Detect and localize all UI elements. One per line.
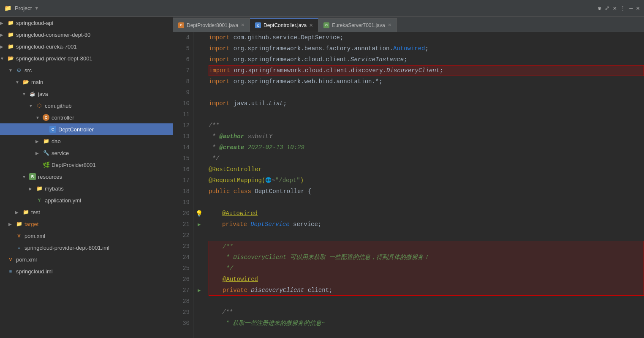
more-icon[interactable]: ⋮: [620, 5, 626, 12]
sidebar-item-dept-provider[interactable]: ▶ 🌿 DeptProvider8001: [0, 159, 173, 171]
spring-icon: 🌿: [42, 161, 50, 169]
gutter-27: ▶: [193, 285, 205, 296]
sidebar-item-resources[interactable]: ▼ R resources: [0, 171, 173, 183]
sidebar-item-pom-xml[interactable]: ▶ V pom.xml: [0, 230, 173, 242]
sidebar-item-root-iml[interactable]: ▶ ≡ springcloud.iml: [0, 265, 173, 277]
close-icon[interactable]: ✕: [636, 5, 640, 12]
sidebar-item-root-pom[interactable]: ▶ V pom.xml: [0, 254, 173, 265]
controller-icon: C: [42, 114, 50, 121]
tab-label: DeptProvider8001.java: [187, 22, 238, 28]
gutter-6: [193, 54, 205, 65]
tab-dept-controller[interactable]: C DeptController.java ✕: [250, 18, 318, 32]
tab-close-icon[interactable]: ✕: [388, 22, 391, 28]
sidebar-item-springcloud-api[interactable]: ▶ 📁 springcloud-api: [0, 17, 173, 29]
gutter-8: [193, 76, 205, 87]
gutter-19: [193, 197, 205, 208]
line-num-7: 7: [173, 65, 190, 76]
folder-icon: 📁: [35, 185, 43, 192]
sidebar-item-test[interactable]: ▶ 📁 test: [0, 206, 173, 218]
sidebar-label: pom.xml: [24, 233, 45, 239]
tab-close-icon[interactable]: ✕: [309, 23, 313, 28]
expand-icon[interactable]: ⤢: [605, 5, 610, 12]
line-num-5: 5: [173, 43, 190, 54]
sidebar-item-src[interactable]: ▼ ⚙ src: [0, 64, 173, 76]
line-num-6: 6: [173, 54, 190, 65]
yml-icon: Y: [35, 196, 43, 204]
sidebar-item-dept-controller[interactable]: ▶ C DeptController: [0, 123, 173, 135]
code-line-9: [209, 87, 644, 98]
gutter-24: [193, 252, 205, 263]
iml-icon: ≡: [15, 244, 23, 251]
tree-arrow: ▶: [0, 33, 7, 37]
minimize-icon[interactable]: —: [629, 5, 633, 12]
sidebar-label: springcloud.iml: [16, 268, 53, 275]
gutter-11: [193, 109, 205, 120]
code-line-23: /**: [209, 241, 644, 252]
gutter-18: [193, 186, 205, 197]
sidebar-item-dao[interactable]: ▶ 📁 dao: [0, 135, 173, 147]
close-window-icon[interactable]: ✕: [613, 5, 617, 12]
folder-icon: 📂: [22, 78, 30, 86]
line-num-24: 24: [173, 252, 190, 263]
sidebar-label: DeptProvider8001: [52, 162, 96, 168]
sidebar-item-com-github[interactable]: ▼ ⬡ com.github: [0, 100, 173, 112]
code-line-12: /**: [209, 120, 644, 131]
gutter-28: [193, 296, 205, 307]
sidebar-item-provider-iml[interactable]: ▶ ≡ springcloud-provider-dept-8001.iml: [0, 242, 173, 254]
service-icon: 🔧: [42, 149, 50, 157]
sidebar-label: test: [31, 209, 40, 215]
sidebar-label: controller: [52, 114, 74, 121]
project-title: Project: [15, 5, 32, 11]
gutter-25: [193, 263, 205, 274]
code-line-10: import java.util.List;: [209, 98, 644, 109]
sidebar: ▶ 📁 springcloud-api ▶ 📁 springcloud-cons…: [0, 17, 173, 338]
line-num-13: 13: [173, 131, 190, 142]
tab-label: EurekaServer7001.java: [332, 22, 385, 28]
tab-eureka-server[interactable]: C EurekaServer7001.java ✕: [318, 18, 397, 32]
line-num-8: 8: [173, 76, 190, 87]
iml-root-icon: ≡: [7, 267, 14, 275]
sidebar-item-service[interactable]: ▶ 🔧 service: [0, 147, 173, 159]
tab-dept-provider[interactable]: C DeptProvider8001.java ✕: [173, 18, 250, 32]
sidebar-item-target[interactable]: ▶ 📁 target: [0, 218, 173, 230]
sidebar-label: pom.xml: [16, 256, 37, 263]
gutter-13: [193, 131, 205, 142]
code-line-30: * 获取一些注册进来的微服务的信息~: [209, 318, 644, 329]
sidebar-item-application-yml[interactable]: ▶ Y application.yml: [0, 194, 173, 206]
sidebar-item-mybatis[interactable]: ▶ 📁 mybatis: [0, 183, 173, 194]
tree-arrow: ▼: [22, 92, 29, 96]
code-line-26: @Autowired: [209, 274, 644, 285]
code-line-14: * @create 2022-02-13 10:29: [209, 142, 644, 153]
sidebar-item-provider[interactable]: ▼ 📂 springcloud-provider-dept-8001: [0, 52, 173, 64]
code-content[interactable]: import com.github.service.DeptService; i…: [205, 32, 644, 338]
tree-arrow: ▼: [35, 115, 42, 120]
folder-icon: 📁: [7, 31, 14, 38]
top-bar: 📁 Project ▼ ⊕ ⤢ ✕ ⋮ — ✕: [0, 0, 644, 17]
line-num-22: 22: [173, 230, 190, 241]
code-line-22: [209, 230, 644, 241]
sidebar-item-controller[interactable]: ▼ C controller: [0, 112, 173, 123]
sidebar-item-main[interactable]: ▼ 📂 main: [0, 76, 173, 88]
tab-bar: C DeptProvider8001.java ✕ C DeptControll…: [173, 17, 644, 32]
gutter-21: ▶: [193, 219, 205, 230]
code-line-5: import org.springframework.beans.factory…: [209, 43, 644, 54]
target-icon[interactable]: ⊕: [598, 5, 601, 12]
sidebar-label: springcloud-provider-dept-8001.iml: [24, 245, 109, 251]
sidebar-item-eureka[interactable]: ▶ 📁 springcloud-eureka-7001: [0, 41, 173, 52]
line-num-9: 9: [173, 87, 190, 98]
sidebar-label: application.yml: [45, 197, 81, 204]
pom-root-icon: V: [7, 256, 14, 263]
folder-icon: 📁: [7, 19, 14, 27]
chevron-down-icon[interactable]: ▼: [35, 6, 38, 11]
tree-arrow: ▶: [0, 257, 7, 262]
line-num-11: 11: [173, 109, 190, 120]
sidebar-label: springcloud-consumer-dept-80: [16, 32, 90, 38]
tab-close-icon[interactable]: ✕: [241, 22, 245, 28]
gutter-20: 💡: [193, 208, 205, 219]
sidebar-item-consumer-dept[interactable]: ▶ 📁 springcloud-consumer-dept-80: [0, 29, 173, 41]
line-num-10: 10: [173, 98, 190, 109]
tree-arrow: ▶: [29, 198, 35, 203]
tree-arrow: ▼: [0, 56, 7, 61]
sidebar-item-java[interactable]: ▼ ☕ java: [0, 88, 173, 100]
java-icon: ☕: [29, 90, 36, 98]
